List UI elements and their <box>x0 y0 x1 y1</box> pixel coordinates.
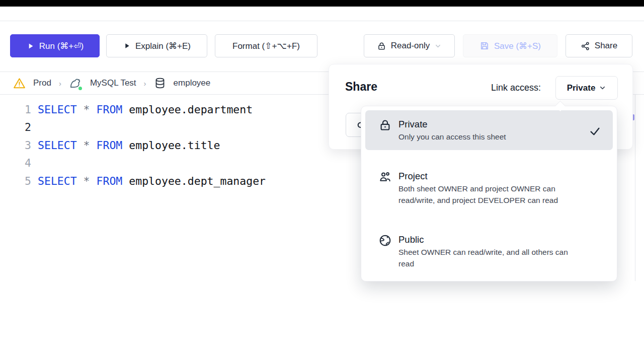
sql-token: * <box>77 103 97 116</box>
breadcrumb-instance[interactable]: MySQL Test <box>90 78 136 88</box>
code-text: SELECT * FROM employee.title <box>38 136 220 154</box>
lock-icon <box>377 41 386 51</box>
breadcrumb-environment[interactable]: Prod <box>33 78 51 88</box>
option-title: Project <box>398 170 582 183</box>
chevron-down-icon <box>434 42 442 50</box>
sql-token: employee.department <box>122 103 253 116</box>
sql-token: FROM <box>97 139 123 152</box>
link-access-option-public[interactable]: Public Sheet OWNER can read/write, and a… <box>365 226 613 277</box>
users-icon <box>378 170 392 184</box>
readonly-mode-dropdown[interactable]: Read-only <box>364 34 455 57</box>
globe-icon <box>378 234 392 247</box>
line-number: 3 <box>0 136 31 154</box>
sql-editor-app: Run (⌘+⏎) Explain (⌘+E) Format (⇧+⌥+F) R… <box>0 0 644 348</box>
header-divider <box>0 21 644 21</box>
chevron-down-icon <box>599 84 606 92</box>
link-access-label: Link access: <box>491 83 541 93</box>
window-top-strip <box>0 0 644 7</box>
sql-token: employee.title <box>122 139 220 152</box>
save-button-label: Save (⌘+S) <box>494 41 541 51</box>
environment-warning-icon <box>13 77 26 90</box>
sql-token: SELECT <box>38 139 77 152</box>
line-number: 1 <box>0 101 31 118</box>
play-icon <box>26 42 35 50</box>
share-button-label: Share <box>595 41 617 51</box>
run-button[interactable]: Run (⌘+⏎) <box>10 34 100 57</box>
breadcrumb-database[interactable]: employee <box>174 78 211 88</box>
save-button[interactable]: Save (⌘+S) <box>463 34 557 57</box>
link-access-menu: Private Only you can access this sheet P… <box>361 106 617 282</box>
breadcrumb-separator: › <box>59 79 61 88</box>
code-text: SELECT * FROM employee.dept_manager <box>38 172 266 190</box>
save-icon <box>479 41 490 51</box>
option-description: Sheet OWNER can read/write, and all othe… <box>398 246 582 269</box>
sql-token: FROM <box>97 175 123 187</box>
format-button[interactable]: Format (⇧+⌥+F) <box>215 34 317 57</box>
play-icon <box>123 42 131 50</box>
share-nodes-icon <box>581 41 590 51</box>
line-number: 5 <box>0 172 31 190</box>
share-popover-title: Share <box>345 80 377 94</box>
check-icon <box>589 125 601 137</box>
link-access-option-project[interactable]: Project Both sheet OWNER and project OWN… <box>365 162 613 214</box>
link-access-value: Private <box>567 83 596 93</box>
option-title: Public <box>398 233 582 246</box>
breadcrumb-separator: › <box>144 79 146 88</box>
sql-token: * <box>77 175 97 187</box>
link-access-option-private[interactable]: Private Only you can access this sheet <box>365 110 613 150</box>
line-number: 4 <box>0 154 31 172</box>
explain-button-label: Explain (⌘+E) <box>135 41 191 51</box>
mysql-instance-icon <box>69 77 83 90</box>
instance-status-dot <box>77 86 83 91</box>
right-panel-border <box>635 95 635 281</box>
sql-token: SELECT <box>38 103 77 116</box>
run-button-label: Run (⌘+⏎) <box>39 41 84 51</box>
explain-button[interactable]: Explain (⌘+E) <box>106 34 207 57</box>
link-access-dropdown[interactable]: Private <box>555 76 618 100</box>
option-description: Only you can access this sheet <box>398 131 582 143</box>
code-text: SELECT * FROM employee.department <box>38 101 253 118</box>
option-description: Both sheet OWNER and project OWNER can r… <box>398 183 582 206</box>
readonly-label: Read-only <box>391 41 430 51</box>
sql-token: FROM <box>97 103 123 116</box>
sql-token: employee.dept_manager <box>122 175 266 187</box>
format-button-label: Format (⇧+⌥+F) <box>232 41 300 51</box>
option-title: Private <box>398 118 582 131</box>
sql-token: SELECT <box>38 175 77 187</box>
lock-icon <box>378 118 392 132</box>
sql-token: * <box>77 139 97 152</box>
share-button[interactable]: Share <box>566 34 632 57</box>
database-icon <box>154 77 166 89</box>
line-number: 2 <box>0 118 31 136</box>
